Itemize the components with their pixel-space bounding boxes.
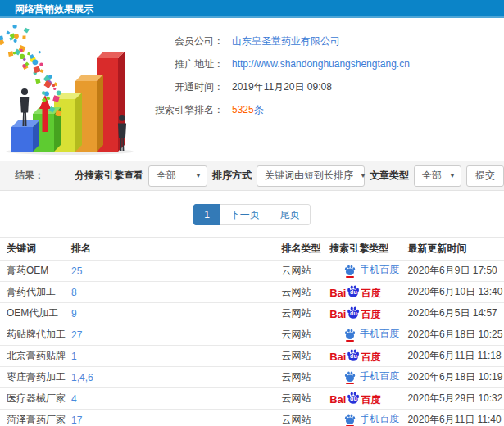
rank-count-value: 5325条 xyxy=(232,103,264,117)
article-type-label: 文章类型 xyxy=(370,169,409,183)
baidu-logo: Bai du 百度 xyxy=(329,285,380,298)
rank-cell: 9 xyxy=(68,303,278,324)
keyword-cell: OEM代加工 xyxy=(0,303,68,324)
open-time-label: 开通时间： xyxy=(152,80,224,94)
last-page-button[interactable]: 尾页 xyxy=(270,204,311,225)
baidu-paw-icon: du xyxy=(347,285,360,298)
article-type-select[interactable]: 全部 ▼ xyxy=(414,165,461,187)
growth-chart-graphic xyxy=(0,25,152,156)
engine-cell: 手机百度 xyxy=(326,367,404,388)
table-row: OEM代加工 9 云网站 Bai du xyxy=(0,303,504,324)
update-time-cell: 2020年6月10日 13:40 xyxy=(404,282,504,303)
mobile-baidu-logo: 手机百度 xyxy=(344,327,399,341)
sort-select[interactable]: 关键词由短到长排序 ▼ xyxy=(257,165,365,187)
rank-count-unit: 条 xyxy=(254,104,264,116)
table-row: 膏药OEM 25 云网站 手机百度 xyxy=(0,261,504,282)
submit-button[interactable]: 提交 xyxy=(466,165,504,187)
rank-cell: 1,4,6 xyxy=(68,367,278,388)
mobile-baidu-paw-icon xyxy=(344,265,356,276)
pagination: 1 下一页 尾页 xyxy=(0,204,504,225)
update-time-cell: 2020年6月9日 17:50 xyxy=(404,261,504,282)
rank-type-cell: 云网站 xyxy=(278,388,326,410)
table-row: 菏泽膏药厂家 17 云网站 手机百度 xyxy=(0,410,504,426)
bar-chart-illustration xyxy=(0,25,152,156)
sort-label: 排序方式 xyxy=(212,169,252,183)
update-time-cell: 2020年6月11日 11:18 xyxy=(404,346,504,367)
page-1-button[interactable]: 1 xyxy=(193,204,220,225)
page-title: 网络营销效果展示 xyxy=(0,2,93,16)
update-time-cell: 2020年6月18日 10:19 xyxy=(404,367,504,388)
rank-type-cell: 云网站 xyxy=(278,282,326,303)
baidu-paw-icon: du xyxy=(347,306,360,320)
next-page-button[interactable]: 下一页 xyxy=(220,204,270,225)
info-row-url: 推广地址： http://www.shandonghuangshengtang.… xyxy=(152,52,504,75)
table-row: 药贴牌代加工 27 云网站 手机百度 xyxy=(0,324,504,346)
keyword-cell: 膏药代加工 xyxy=(0,282,68,303)
rank-cell: 4 xyxy=(68,388,278,410)
keyword-ranking-table: 关键词 排名 排名类型 搜索引擎类型 最新更新时间 膏药OEM 25 云网站 xyxy=(0,237,504,426)
table-row: 医疗器械厂家 4 云网站 Bai du xyxy=(0,388,504,410)
table-row: 枣庄膏药加工 1,4,6 云网站 手机百度 xyxy=(0,367,504,388)
baidu-paw-icon: du xyxy=(347,349,360,362)
baidu-logo: Bai du 百度 xyxy=(329,392,380,405)
rank-link[interactable]: 8 xyxy=(71,287,77,298)
rank-link[interactable]: 4 xyxy=(71,393,77,405)
rank-cell: 17 xyxy=(68,410,278,426)
company-info: 会员公司： 山东皇圣堂药业有限公司 推广地址： http://www.shand… xyxy=(152,25,504,157)
update-time-cell: 2020年6月11日 11:40 xyxy=(404,410,504,426)
engine-cell: Bai du 百度 xyxy=(326,346,404,367)
rank-cell: 27 xyxy=(68,324,278,346)
engine-cell: Bai du 百度 xyxy=(326,303,404,324)
mobile-baidu-paw-icon xyxy=(344,414,356,425)
page: 网络营销效果展示 会员公司： 山东皇圣堂药业有限公司 推广地址： http://… xyxy=(0,0,504,426)
engine-filter-value: 全部 xyxy=(157,169,176,183)
mobile-baidu-logo: 手机百度 xyxy=(344,369,399,383)
baidu-paw-icon: du xyxy=(347,392,360,405)
filter-controls: 分搜索引擎查看 全部 ▼ 排序方式 关键词由短到长排序 ▼ 文章类型 全部 ▼ … xyxy=(75,165,504,187)
keyword-cell: 膏药OEM xyxy=(0,261,68,282)
engine-cell: 手机百度 xyxy=(326,410,404,426)
col-rank-type: 排名类型 xyxy=(278,238,326,261)
rank-count-label: 搜索引擎排名： xyxy=(152,103,224,117)
update-time-cell: 2020年6月18日 10:25 xyxy=(404,324,504,346)
keyword-cell: 医疗器械厂家 xyxy=(0,388,68,410)
result-label: 结果： xyxy=(15,169,44,183)
table-row: 膏药代加工 8 云网站 Bai du xyxy=(0,282,504,303)
engine-cell: 手机百度 xyxy=(326,324,404,346)
rank-type-cell: 云网站 xyxy=(278,303,326,324)
rank-link[interactable]: 1 xyxy=(71,351,77,362)
engine-cell: Bai du 百度 xyxy=(326,282,404,303)
filter-bar: 结果： 分搜索引擎查看 全部 ▼ 排序方式 关键词由短到长排序 ▼ 文章类型 全… xyxy=(0,161,504,191)
rank-link[interactable]: 9 xyxy=(71,308,77,320)
table-head: 关键词 排名 排名类型 搜索引擎类型 最新更新时间 xyxy=(0,238,504,261)
engine-filter-select[interactable]: 全部 ▼ xyxy=(148,165,207,187)
rank-link[interactable]: 1,4,6 xyxy=(71,372,93,383)
rank-link[interactable]: 17 xyxy=(71,415,82,426)
keyword-cell: 北京膏药贴牌 xyxy=(0,346,68,367)
keyword-cell: 药贴牌代加工 xyxy=(0,324,68,346)
info-row-open-time: 开通时间： 2019年11月20日 09:08 xyxy=(152,75,504,98)
update-time-cell: 2020年5月29日 10:32 xyxy=(404,388,504,410)
rank-link[interactable]: 27 xyxy=(71,329,82,341)
mobile-baidu-paw-icon xyxy=(344,371,356,383)
col-rank: 排名 xyxy=(68,238,278,261)
engine-cell: Bai du 百度 xyxy=(326,388,404,410)
update-time-cell: 2020年6月5日 14:57 xyxy=(404,303,504,324)
col-update-time: 最新更新时间 xyxy=(404,238,504,261)
rank-link[interactable]: 25 xyxy=(71,265,82,277)
col-keyword: 关键词 xyxy=(0,238,68,261)
baidu-logo: Bai du 百度 xyxy=(329,349,380,362)
rank-cell: 1 xyxy=(68,346,278,367)
promo-url-link[interactable]: http://www.shandonghuangshengtang.cn xyxy=(232,58,410,70)
rank-count-number: 5325 xyxy=(232,104,254,116)
baidu-logo: Bai du 百度 xyxy=(329,306,380,320)
info-row-company: 会员公司： 山东皇圣堂药业有限公司 xyxy=(152,29,504,52)
keyword-cell: 枣庄膏药加工 xyxy=(0,367,68,388)
mobile-baidu-logo: 手机百度 xyxy=(344,263,399,277)
company-link[interactable]: 山东皇圣堂药业有限公司 xyxy=(232,34,340,48)
rank-type-cell: 云网站 xyxy=(278,367,326,388)
rank-type-cell: 云网站 xyxy=(278,261,326,282)
keyword-cell: 菏泽膏药厂家 xyxy=(0,410,68,426)
company-label: 会员公司： xyxy=(152,34,224,48)
table-body: 膏药OEM 25 云网站 手机百度 xyxy=(0,261,504,426)
